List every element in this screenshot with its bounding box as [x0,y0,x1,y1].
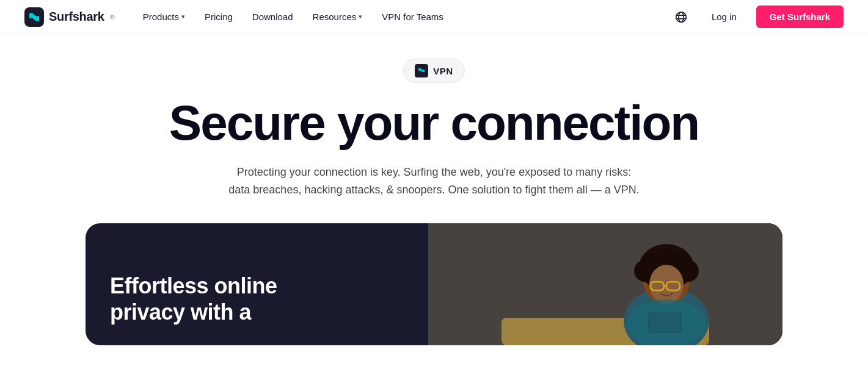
bottom-card-section: Effortless online privacy with a [86,223,782,345]
vpn-badge-text: VPN [433,66,453,76]
hero-subtitle: Protecting your connection is key. Surfi… [227,163,642,199]
nav-links: Products ▾ Pricing Download Resources ▾ … [134,8,670,26]
svg-point-2 [679,12,684,22]
svg-point-1 [676,12,687,22]
nav-vpn-for-teams[interactable]: VPN for Teams [373,8,452,26]
vpn-badge: VPN [403,59,464,83]
nav-products[interactable]: Products ▾ [134,8,194,26]
logo-text: Surfshark [49,10,104,24]
card-right [428,223,782,345]
get-surfshark-button[interactable]: Get Surfshark [756,5,844,28]
login-button[interactable]: Log in [702,7,746,27]
nav-right: Log in Get Surfshark [670,5,844,28]
resources-chevron-icon: ▾ [359,13,362,21]
nav-download[interactable]: Download [244,8,302,26]
card-left-title: Effortless online privacy with a [110,273,404,325]
hero-title: Secure your connection [169,98,699,149]
card-left: Effortless online privacy with a [86,223,428,345]
nav-pricing[interactable]: Pricing [196,8,241,26]
vpn-badge-icon [415,64,428,77]
person-image [428,223,782,345]
globe-icon [674,10,688,24]
nav-resources[interactable]: Resources ▾ [304,8,371,26]
navbar: Surfshark ® Products ▾ Pricing Download … [0,0,868,34]
language-selector-button[interactable] [670,6,692,28]
logo[interactable]: Surfshark ® [24,7,115,27]
svg-point-15 [657,248,676,267]
products-chevron-icon: ▾ [181,13,185,21]
hero-section: VPN Secure your connection Protecting yo… [0,34,868,223]
